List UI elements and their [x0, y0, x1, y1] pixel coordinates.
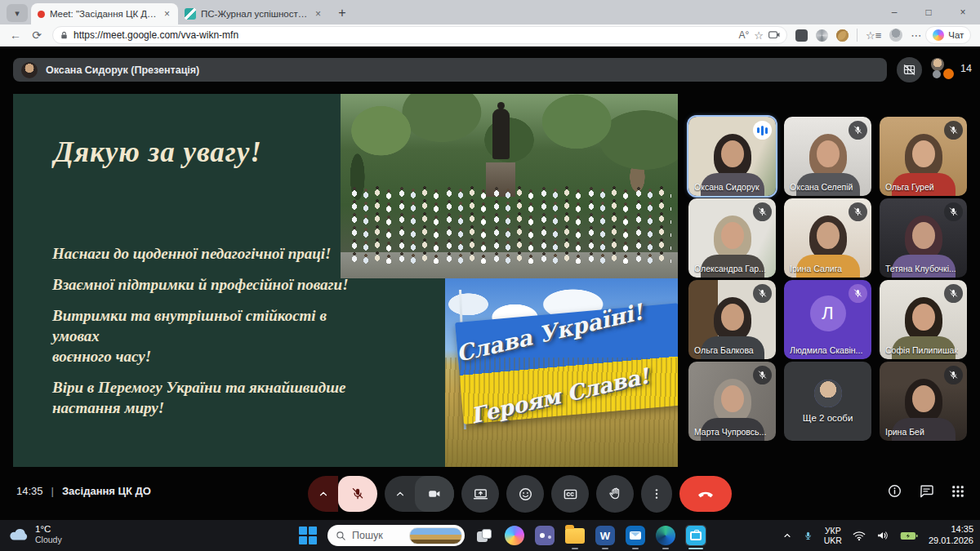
avatar [933, 70, 941, 78]
camera-options-chevron[interactable] [385, 476, 415, 512]
overflow-tile[interactable]: Н Ще 2 особи [784, 362, 871, 441]
start-button[interactable] [297, 525, 318, 546]
participant-count: 14 [960, 63, 972, 74]
active-app-icon[interactable] [685, 525, 706, 546]
captions-button[interactable] [551, 475, 589, 513]
chat-icon[interactable] [919, 483, 934, 499]
mic-off-icon [849, 121, 867, 140]
copilot-taskbar-icon[interactable] [504, 525, 525, 546]
extension-icon[interactable] [795, 29, 808, 42]
participant-name: Софія Пилипишак [885, 345, 958, 355]
camera-control [385, 476, 454, 512]
profile-avatar[interactable] [889, 29, 902, 42]
participants-avatars[interactable] [931, 58, 956, 82]
layout-disabled-button[interactable] [897, 57, 922, 82]
favorites-list-icon[interactable]: ☆≡ [866, 29, 881, 42]
participant-tile[interactable]: Олександра Гар... [688, 198, 776, 278]
task-view-button[interactable] [474, 525, 495, 546]
reactions-button[interactable] [506, 475, 544, 513]
new-tab-button[interactable]: + [332, 3, 352, 23]
read-aloud-icon[interactable]: A° [739, 29, 750, 41]
wifi-icon[interactable] [853, 531, 866, 541]
camera-button[interactable] [415, 476, 454, 512]
more-options-button[interactable] [641, 475, 672, 513]
system-tray: УКР UKR 14:35 29.01.2026 [782, 520, 973, 551]
divider: | [51, 485, 54, 497]
tab-journal[interactable]: ПС-Журнал успішності WEB v.4.0 × [178, 3, 329, 24]
participant-tile[interactable]: Ольга Гурей [880, 117, 967, 196]
address-bar[interactable]: https://meet.google.com/vva-wikn-mfn A° … [52, 26, 787, 44]
present-button[interactable] [461, 475, 499, 513]
more-menu-icon[interactable]: ⋯ [911, 29, 922, 42]
teams-icon[interactable] [534, 525, 555, 546]
volume-icon[interactable] [876, 530, 889, 541]
tab-close-icon[interactable]: × [163, 8, 172, 20]
meeting-details-icon[interactable] [887, 483, 902, 499]
favorite-star-icon[interactable]: ☆ [754, 29, 764, 42]
video-popout-icon[interactable] [768, 30, 780, 40]
tab-search-button[interactable]: ▾ [7, 4, 28, 22]
language-indicator[interactable]: УКР UKR [824, 526, 842, 545]
extension-icon[interactable] [816, 29, 828, 42]
back-icon[interactable]: ← [5, 29, 26, 42]
participant-tile[interactable]: Оксана Селепій [784, 117, 871, 196]
close-button[interactable]: × [946, 0, 980, 24]
cloud-icon [8, 527, 29, 542]
minimize-button[interactable]: – [877, 0, 911, 24]
copilot-chat-button[interactable]: Чат [925, 26, 971, 44]
browser-navbar: ← ⟳ https://meet.google.com/vva-wikn-mfn… [0, 24, 980, 47]
meet-right-controls [887, 483, 965, 499]
overflow-label: Ще 2 особи [803, 413, 853, 423]
mic-off-icon [944, 121, 963, 140]
participant-tile[interactable]: Ірина Бей [880, 362, 967, 441]
mic-in-use-icon[interactable] [803, 530, 813, 542]
window-controls: – □ × [877, 0, 980, 24]
outlook-icon[interactable] [625, 525, 646, 546]
clock[interactable]: 14:35 29.01.2026 [929, 524, 973, 547]
refresh-icon[interactable]: ⟳ [26, 29, 47, 42]
battery-icon[interactable] [900, 531, 918, 541]
file-explorer-icon[interactable] [564, 525, 586, 546]
participant-tile[interactable]: Тетяна Клубочкі... [880, 198, 967, 278]
tab-title: ПС-Журнал успішності WEB v.4.0 [201, 9, 309, 19]
lock-icon [60, 31, 69, 40]
mic-options-chevron[interactable] [308, 476, 338, 512]
tab-meet[interactable]: Meet: "Засідання ЦК ДО" × [31, 3, 178, 24]
avatar [814, 380, 842, 407]
browser-essentials-icon[interactable] [836, 29, 849, 42]
participant-tile[interactable]: Ірина Салига [784, 198, 871, 278]
activities-grid-icon[interactable] [951, 484, 965, 499]
mic-off-icon [944, 284, 963, 303]
raise-hand-button[interactable] [596, 475, 634, 513]
mic-off-button[interactable] [338, 476, 377, 512]
participant-tile[interactable]: Софія Пилипишак [880, 280, 967, 359]
word-icon[interactable]: W [595, 525, 616, 546]
search-icon [336, 531, 346, 541]
journal-favicon [185, 8, 196, 20]
slide-body: Наснаги до щоденної педагогічної праці! … [52, 233, 364, 419]
mic-off-icon [849, 202, 867, 221]
maximize-button[interactable]: □ [911, 0, 946, 24]
participant-name: Тетяна Клубочкі... [885, 264, 956, 273]
participant-tile[interactable]: Марта Чупровсь... [688, 362, 776, 441]
search-highlight-image [409, 527, 462, 544]
participant-tile[interactable]: Л Людмила Скавін... [784, 280, 871, 359]
participant-name: Марта Чупровсь... [694, 427, 766, 437]
end-call-button[interactable] [679, 476, 732, 512]
weather-condition: Cloudy [35, 535, 62, 545]
tab-close-icon[interactable]: × [314, 8, 323, 20]
taskbar-search[interactable]: Пошук [327, 525, 465, 546]
slide-line: Взаємної підтримки й професійної поваги! [52, 274, 364, 295]
participant-tile[interactable]: Ольга Балкова [688, 280, 776, 359]
divider [857, 29, 858, 42]
weather-widget[interactable]: 1°C Cloudy [8, 523, 62, 546]
browser-icon[interactable] [655, 525, 676, 546]
participant-name: Ольга Гурей [885, 182, 934, 192]
participant-tile[interactable]: Оксана Сидорук [688, 117, 776, 196]
crowd [347, 186, 670, 264]
presenter-banner[interactable]: Оксана Сидорук (Презентація) [13, 58, 887, 82]
taskbar-center: Пошук W [297, 520, 706, 551]
mic-off-icon [944, 202, 963, 221]
avatar [943, 69, 954, 79]
hidden-icons-chevron[interactable] [782, 531, 792, 540]
